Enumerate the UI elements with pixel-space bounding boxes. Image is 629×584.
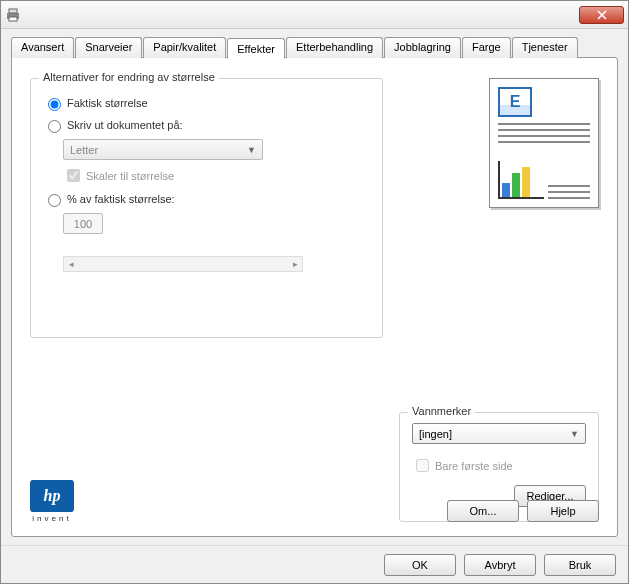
- radio-percent-actual[interactable]: % av faktisk størrelse:: [43, 191, 370, 207]
- content-area: Avansert Snarveier Papir/kvalitet Effekt…: [1, 29, 628, 545]
- chevron-down-icon: ▼: [247, 145, 256, 155]
- tab-avansert[interactable]: Avansert: [11, 37, 74, 58]
- tab-papir-kvalitet[interactable]: Papir/kvalitet: [143, 37, 226, 58]
- percent-value-field: 100: [63, 213, 103, 234]
- preview-chart-icon: [498, 161, 544, 199]
- radio-actual-size[interactable]: Faktisk størrelse: [43, 95, 370, 111]
- tab-farge[interactable]: Farge: [462, 37, 511, 58]
- radio-actual-size-input[interactable]: [48, 98, 61, 111]
- paper-size-select: Letter ▼: [63, 139, 263, 160]
- scale-to-size-input: [67, 169, 80, 182]
- apply-button[interactable]: Bruk: [544, 554, 616, 576]
- dialog-footer: OK Avbryt Bruk: [1, 545, 628, 583]
- radio-percent-actual-input[interactable]: [48, 194, 61, 207]
- about-button[interactable]: Om...: [447, 500, 519, 522]
- first-page-only-label: Bare første side: [435, 460, 513, 472]
- radio-percent-actual-label: % av faktisk størrelse:: [67, 193, 175, 205]
- paper-size-value: Letter: [70, 144, 98, 156]
- ok-button[interactable]: OK: [384, 554, 456, 576]
- close-button[interactable]: [579, 6, 624, 24]
- tab-jobblagring[interactable]: Jobblagring: [384, 37, 461, 58]
- hp-logo: hp invent: [30, 480, 74, 524]
- cancel-button[interactable]: Avbryt: [464, 554, 536, 576]
- titlebar: [1, 1, 628, 29]
- preview-e-icon: E: [498, 87, 532, 117]
- watermark-selected-value: [ingen]: [419, 428, 452, 440]
- tab-tjenester[interactable]: Tjenester: [512, 37, 578, 58]
- hp-invent-text: invent: [30, 514, 74, 523]
- radio-print-on-input[interactable]: [48, 120, 61, 133]
- help-button[interactable]: Hjelp: [527, 500, 599, 522]
- radio-print-on[interactable]: Skriv ut dokumentet på:: [43, 117, 370, 133]
- first-page-only-input: [416, 459, 429, 472]
- slider-left-arrow-icon: ◂: [64, 257, 78, 271]
- scale-to-size-check: Skaler til størrelse: [63, 166, 370, 185]
- radio-print-on-label: Skriv ut dokumentet på:: [67, 119, 183, 131]
- chevron-down-icon: ▼: [570, 429, 579, 439]
- tab-strip: Avansert Snarveier Papir/kvalitet Effekt…: [11, 37, 618, 58]
- scale-to-size-label: Skaler til størrelse: [86, 170, 174, 182]
- tab-effekter[interactable]: Effekter: [227, 38, 285, 59]
- first-page-only-check: Bare første side: [412, 456, 586, 475]
- percent-slider: ◂ ▸: [63, 256, 303, 272]
- slider-right-arrow-icon: ▸: [288, 257, 302, 271]
- hp-badge-icon: hp: [30, 480, 74, 512]
- effects-panel: Alternativer for endring av størrelse Fa…: [11, 57, 618, 537]
- page-preview: E: [489, 78, 599, 208]
- printer-icon: [5, 7, 21, 23]
- tab-etterbehandling[interactable]: Etterbehandling: [286, 37, 383, 58]
- svg-rect-1: [9, 9, 17, 13]
- radio-actual-size-label: Faktisk størrelse: [67, 97, 148, 109]
- watermark-select[interactable]: [ingen] ▼: [412, 423, 586, 444]
- svg-rect-2: [9, 17, 17, 21]
- tab-snarveier[interactable]: Snarveier: [75, 37, 142, 58]
- resize-group-title: Alternativer for endring av størrelse: [39, 71, 219, 83]
- resize-options-group: Alternativer for endring av størrelse Fa…: [30, 78, 383, 338]
- watermark-group-title: Vannmerker: [408, 405, 475, 417]
- printer-properties-dialog: Avansert Snarveier Papir/kvalitet Effekt…: [0, 0, 629, 584]
